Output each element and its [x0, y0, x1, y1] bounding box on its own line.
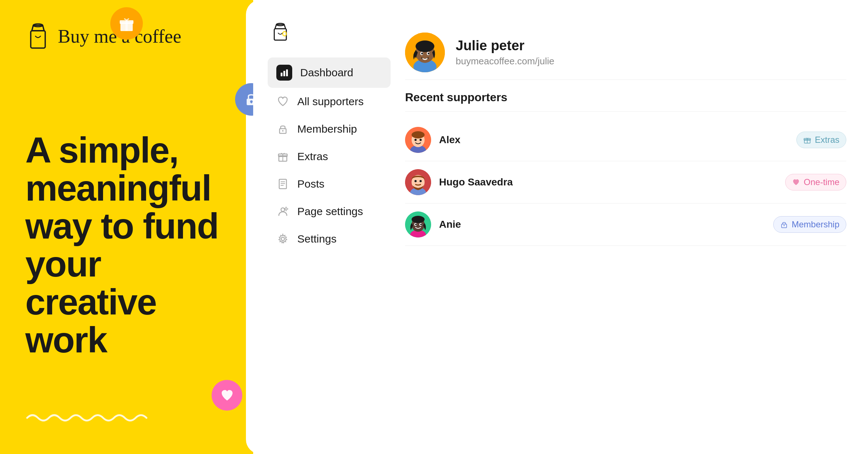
extras-label: Extras — [297, 150, 328, 163]
left-panel: Buy me a coffee A simple, meaningful way… — [0, 0, 253, 454]
sidebar-logo — [268, 22, 391, 43]
svg-point-44 — [420, 139, 422, 141]
svg-point-24 — [285, 208, 287, 210]
onetime-badge: One-time — [785, 174, 846, 190]
bar-chart-icon — [276, 65, 292, 81]
svg-point-15 — [282, 130, 284, 132]
supporter-name-anie: Anie — [439, 219, 461, 230]
right-panel: Dashboard All supporters Membership — [246, 0, 868, 454]
settings-label: Settings — [297, 233, 336, 245]
supporter-avatar-hugo — [405, 169, 431, 195]
gift-icon — [276, 150, 289, 163]
profile-card: Julie peter buymeacoffee.com/julie — [405, 22, 846, 80]
dashboard-label: Dashboard — [300, 67, 353, 79]
membership-badge-label: Membership — [792, 219, 839, 230]
sidebar-item-dashboard[interactable]: Dashboard — [268, 57, 391, 88]
svg-point-60 — [420, 224, 422, 225]
profile-info: Julie peter buymeacoffee.com/julie — [456, 38, 554, 67]
document-icon — [276, 177, 289, 190]
svg-point-59 — [415, 224, 417, 225]
supporter-row: Alex Extras — [405, 119, 846, 161]
svg-rect-10 — [283, 32, 286, 36]
extras-badge-icon — [803, 136, 811, 144]
floating-lock-icon — [235, 83, 253, 116]
svg-point-56 — [412, 216, 425, 223]
svg-point-52 — [420, 180, 422, 182]
svg-point-38 — [428, 53, 430, 55]
svg-point-23 — [281, 208, 285, 211]
supporter-left-alex: Alex — [405, 127, 460, 153]
supporter-name-hugo: Hugo Saavedra — [439, 176, 513, 188]
sidebar-item-extras[interactable]: Extras — [268, 143, 391, 170]
page-settings-label: Page settings — [297, 205, 363, 218]
svg-rect-11 — [281, 73, 282, 76]
all-supporters-label: All supporters — [297, 95, 363, 108]
gear-icon — [276, 232, 289, 245]
lock-icon — [276, 123, 289, 136]
onetime-badge-icon — [792, 178, 800, 186]
floating-gift-icon — [110, 7, 143, 40]
profile-name: Julie peter — [456, 38, 554, 53]
sidebar-item-membership[interactable]: Membership — [268, 115, 391, 143]
svg-rect-13 — [286, 69, 288, 76]
supporter-avatar-alex — [405, 127, 431, 153]
sidebar-item-settings[interactable]: Settings — [268, 225, 391, 253]
brand-coffee-icon — [25, 22, 51, 51]
supporter-row: Anie Membership — [405, 204, 846, 246]
svg-rect-5 — [251, 102, 252, 103]
svg-point-37 — [421, 53, 423, 55]
svg-point-62 — [783, 225, 784, 226]
wavy-decoration — [25, 411, 148, 421]
person-settings-icon — [276, 205, 289, 218]
supporter-name-alex: Alex — [439, 134, 460, 146]
sidebar-item-posts[interactable]: Posts — [268, 170, 391, 198]
profile-url: buymeacoffee.com/julie — [456, 56, 554, 67]
svg-point-34 — [416, 40, 434, 52]
supporter-row: Hugo Saavedra One-time — [405, 161, 846, 204]
main-content: Julie peter buymeacoffee.com/julie Recen… — [405, 22, 868, 432]
supporters-section: Recent supporters — [405, 91, 846, 432]
sidebar-item-all-supporters[interactable]: All supporters — [268, 88, 391, 115]
onetime-badge-label: One-time — [804, 177, 839, 187]
svg-rect-2 — [125, 20, 128, 31]
membership-badge-icon — [780, 220, 788, 228]
svg-point-29 — [281, 237, 285, 241]
supporters-title: Recent supporters — [405, 91, 846, 112]
svg-point-42 — [412, 131, 425, 138]
sidebar-item-page-settings[interactable]: Page settings — [268, 198, 391, 225]
extras-badge-label: Extras — [815, 135, 839, 145]
membership-badge: Membership — [773, 216, 846, 233]
profile-avatar — [405, 33, 445, 72]
svg-rect-6 — [31, 31, 45, 48]
membership-label: Membership — [297, 123, 357, 135]
extras-badge: Extras — [796, 132, 846, 148]
sidebar: Dashboard All supporters Membership — [268, 22, 391, 432]
floating-heart-icon — [212, 380, 242, 411]
svg-point-51 — [414, 180, 417, 182]
supporter-avatar-anie — [405, 211, 431, 237]
supporter-left-hugo: Hugo Saavedra — [405, 169, 513, 195]
svg-rect-12 — [284, 71, 285, 76]
supporter-left-anie: Anie — [405, 211, 461, 237]
posts-label: Posts — [297, 178, 324, 190]
hero-text: A simple, meaningful way to fund your cr… — [25, 80, 228, 411]
heart-outline-icon — [276, 95, 289, 108]
svg-point-43 — [414, 139, 417, 141]
